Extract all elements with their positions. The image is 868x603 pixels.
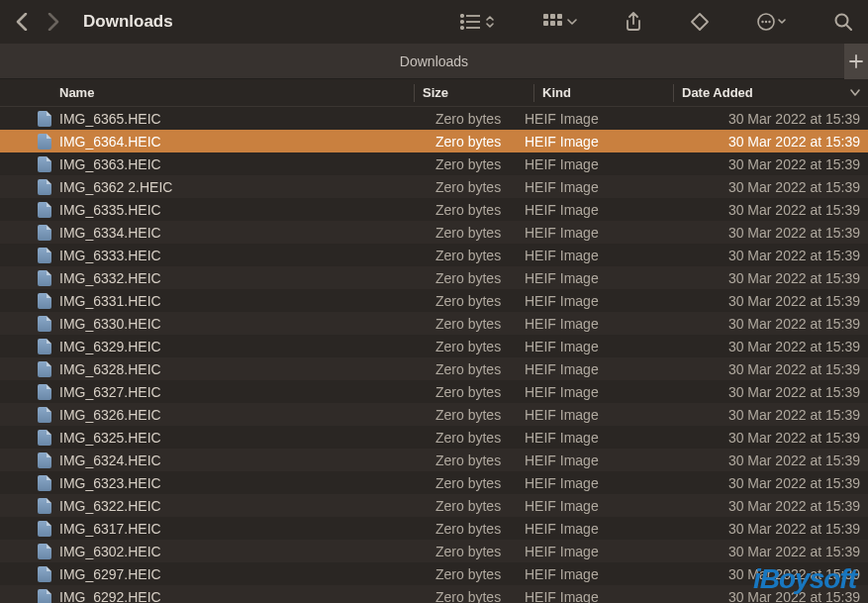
svg-rect-6 xyxy=(543,14,548,19)
file-row[interactable]: IMG_6364.HEIC Zero bytes HEIF Image 30 M… xyxy=(0,130,868,152)
file-icon xyxy=(16,339,59,354)
file-icon xyxy=(16,475,59,491)
file-row[interactable]: IMG_6330.HEIC Zero bytes HEIF Image 30 M… xyxy=(0,312,868,335)
file-row[interactable]: IMG_6292.HEIC Zero bytes HEIF Image 30 M… xyxy=(0,585,868,603)
file-row[interactable]: IMG_6325.HEIC Zero bytes HEIF Image 30 M… xyxy=(0,426,868,449)
file-size: Zero bytes xyxy=(414,248,525,263)
file-kind: HEIF Image xyxy=(525,179,655,195)
svg-point-0 xyxy=(461,15,463,17)
file-kind: HEIF Image xyxy=(525,225,655,241)
file-date: 30 Mar 2022 at 15:39 xyxy=(655,248,860,263)
column-name[interactable]: Name xyxy=(16,85,414,100)
file-icon xyxy=(16,248,59,263)
file-date: 30 Mar 2022 at 15:39 xyxy=(655,293,860,309)
file-size: Zero bytes xyxy=(414,407,525,423)
file-icon xyxy=(16,407,59,423)
file-date: 30 Mar 2022 at 15:39 xyxy=(655,111,860,127)
file-size: Zero bytes xyxy=(414,544,525,559)
tag-icon[interactable] xyxy=(690,12,710,32)
tab-add-button[interactable] xyxy=(844,44,868,79)
file-date: 30 Mar 2022 at 15:39 xyxy=(655,179,860,195)
file-icon xyxy=(16,293,59,309)
svg-point-15 xyxy=(768,21,770,23)
file-kind: HEIF Image xyxy=(525,361,655,377)
window-title: Downloads xyxy=(83,12,173,32)
file-row[interactable]: IMG_6327.HEIC Zero bytes HEIF Image 30 M… xyxy=(0,380,868,403)
file-icon xyxy=(16,361,59,377)
sort-caret-icon[interactable] xyxy=(850,85,860,100)
file-row[interactable]: IMG_6317.HEIC Zero bytes HEIF Image 30 M… xyxy=(0,517,868,540)
file-kind: HEIF Image xyxy=(525,452,655,468)
file-row[interactable]: IMG_6329.HEIC Zero bytes HEIF Image 30 M… xyxy=(0,335,868,357)
file-row[interactable]: IMG_6362 2.HEIC Zero bytes HEIF Image 30… xyxy=(0,175,868,198)
file-size: Zero bytes xyxy=(414,384,525,400)
file-name: IMG_6333.HEIC xyxy=(59,248,414,263)
file-size: Zero bytes xyxy=(414,566,525,582)
file-icon xyxy=(16,589,59,604)
forward-icon[interactable] xyxy=(48,13,59,31)
file-size: Zero bytes xyxy=(414,589,525,604)
file-kind: HEIF Image xyxy=(525,293,655,309)
more-icon[interactable] xyxy=(757,13,787,31)
file-size: Zero bytes xyxy=(414,452,525,468)
file-row[interactable]: IMG_6328.HEIC Zero bytes HEIF Image 30 M… xyxy=(0,357,868,380)
file-date: 30 Mar 2022 at 15:39 xyxy=(655,452,860,468)
file-kind: HEIF Image xyxy=(525,156,655,172)
column-date[interactable]: Date Added xyxy=(682,85,850,100)
view-list-icon[interactable] xyxy=(460,14,496,30)
file-kind: HEIF Image xyxy=(525,202,655,218)
file-row[interactable]: IMG_6334.HEIC Zero bytes HEIF Image 30 M… xyxy=(0,221,868,244)
file-icon xyxy=(16,452,59,468)
file-date: 30 Mar 2022 at 15:39 xyxy=(655,430,860,446)
file-date: 30 Mar 2022 at 15:39 xyxy=(655,521,860,537)
tab-label[interactable]: Downloads xyxy=(400,53,468,69)
file-kind: HEIF Image xyxy=(525,111,655,127)
file-kind: HEIF Image xyxy=(525,384,655,400)
file-row[interactable]: IMG_6363.HEIC Zero bytes HEIF Image 30 M… xyxy=(0,152,868,175)
search-icon[interactable] xyxy=(834,13,852,31)
file-date: 30 Mar 2022 at 15:39 xyxy=(655,225,860,241)
file-row[interactable]: IMG_6302.HEIC Zero bytes HEIF Image 30 M… xyxy=(0,540,868,562)
column-kind[interactable]: Kind xyxy=(542,85,673,100)
svg-point-13 xyxy=(761,21,763,23)
file-row[interactable]: IMG_6331.HEIC Zero bytes HEIF Image 30 M… xyxy=(0,289,868,312)
file-size: Zero bytes xyxy=(414,179,525,195)
file-row[interactable]: IMG_6332.HEIC Zero bytes HEIF Image 30 M… xyxy=(0,266,868,289)
file-row[interactable]: IMG_6322.HEIC Zero bytes HEIF Image 30 M… xyxy=(0,494,868,517)
file-date: 30 Mar 2022 at 15:39 xyxy=(655,316,860,332)
file-list: IMG_6365.HEIC Zero bytes HEIF Image 30 M… xyxy=(0,107,868,603)
file-kind: HEIF Image xyxy=(525,589,655,604)
file-size: Zero bytes xyxy=(414,521,525,537)
file-row[interactable]: IMG_6323.HEIC Zero bytes HEIF Image 30 M… xyxy=(0,471,868,494)
file-row[interactable]: IMG_6324.HEIC Zero bytes HEIF Image 30 M… xyxy=(0,449,868,471)
file-icon xyxy=(16,430,59,446)
file-size: Zero bytes xyxy=(414,111,525,127)
file-row[interactable]: IMG_6333.HEIC Zero bytes HEIF Image 30 M… xyxy=(0,244,868,266)
svg-point-14 xyxy=(765,21,767,23)
file-kind: HEIF Image xyxy=(525,430,655,446)
file-name: IMG_6362 2.HEIC xyxy=(59,179,414,195)
file-icon xyxy=(16,270,59,286)
file-name: IMG_6330.HEIC xyxy=(59,316,414,332)
nav-arrows xyxy=(16,13,59,31)
file-size: Zero bytes xyxy=(414,202,525,218)
share-icon[interactable] xyxy=(625,12,642,32)
file-kind: HEIF Image xyxy=(525,339,655,354)
back-icon[interactable] xyxy=(16,13,28,31)
column-size[interactable]: Size xyxy=(423,85,533,100)
svg-line-17 xyxy=(846,25,851,30)
file-name: IMG_6363.HEIC xyxy=(59,156,414,172)
file-name: IMG_6335.HEIC xyxy=(59,202,414,218)
file-date: 30 Mar 2022 at 15:39 xyxy=(655,544,860,559)
file-date: 30 Mar 2022 at 15:39 xyxy=(655,270,860,286)
file-row[interactable]: IMG_6326.HEIC Zero bytes HEIF Image 30 M… xyxy=(0,403,868,426)
file-row[interactable]: IMG_6365.HEIC Zero bytes HEIF Image 30 M… xyxy=(0,107,868,130)
file-row[interactable]: IMG_6297.HEIC Zero bytes HEIF Image 30 M… xyxy=(0,562,868,585)
file-row[interactable]: IMG_6335.HEIC Zero bytes HEIF Image 30 M… xyxy=(0,198,868,221)
file-date: 30 Mar 2022 at 15:39 xyxy=(655,384,860,400)
svg-point-4 xyxy=(461,27,463,29)
file-size: Zero bytes xyxy=(414,134,525,150)
file-icon xyxy=(16,225,59,241)
group-icon[interactable] xyxy=(543,14,577,30)
file-date: 30 Mar 2022 at 15:39 xyxy=(655,589,860,604)
